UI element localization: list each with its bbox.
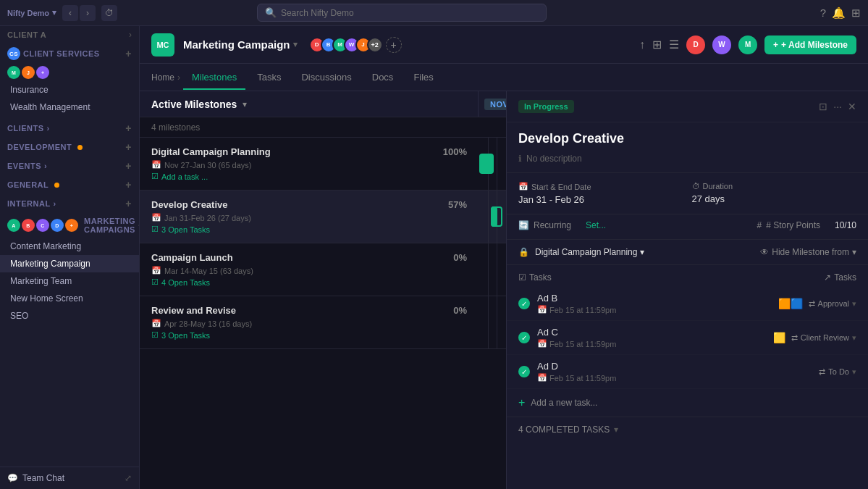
add-member-button[interactable]: + <box>386 37 402 53</box>
gantt-header-row: Active Milestones ▾ NOVEMBER DECEMBER JA… <box>140 91 506 117</box>
tasks-link[interactable]: ↗ Tasks <box>824 272 856 283</box>
team-chat-item[interactable]: 💬 Team Chat ⤢ <box>0 467 139 489</box>
completed-tasks-row[interactable]: 4 COMPLETED TASKS ▾ <box>507 417 868 442</box>
client-services-members: M J + <box>0 64 139 81</box>
description-text: No description <box>526 154 582 164</box>
panel-expand-button[interactable]: ⊡ <box>819 101 827 112</box>
add-task-row[interactable]: + Add a new task... <box>507 389 868 417</box>
tab-milestones[interactable]: Milestones <box>183 66 245 90</box>
clients-label: CLIENTS <box>7 124 44 133</box>
task-check-2[interactable]: ✓ <box>518 366 530 377</box>
task-status-1[interactable]: ⇄ Client Review ▾ <box>791 333 856 343</box>
marketing-avatar-5: + <box>65 219 78 232</box>
milestone-tasks-0[interactable]: ☑ Add a task ... <box>151 172 467 181</box>
task-status-2[interactable]: ⇄ To Do ▾ <box>819 367 856 377</box>
project-header: MC Marketing Campaign ▾ D B M W J +2 + ↑… <box>140 26 868 64</box>
forward-button[interactable]: › <box>80 5 96 21</box>
panel-more-button[interactable]: ··· <box>833 101 842 112</box>
project-members: D B M W J +2 + <box>309 37 402 53</box>
task-date-1: 📅 Feb 15 at 11:59pm <box>537 339 766 348</box>
milestone-tasks-2[interactable]: ☑ 4 Open Tasks <box>151 277 467 287</box>
general-add[interactable]: + <box>125 179 132 191</box>
milestones-title-arrow[interactable]: ▾ <box>243 99 247 109</box>
tab-discussions[interactable]: Discussions <box>292 66 360 90</box>
add-milestone-button[interactable]: + + Add Milestone <box>764 35 856 54</box>
tab-docs[interactable]: Docs <box>363 66 403 90</box>
internal-add[interactable]: + <box>125 198 132 209</box>
sidebar-section-marketing[interactable]: A B C D + MARKETING CAMPAIGNS + <box>0 213 139 238</box>
sidebar-item-wealth-management[interactable]: Wealth Management <box>0 99 139 116</box>
clients-add[interactable]: + <box>125 122 132 134</box>
back-button[interactable]: ‹ <box>62 5 78 21</box>
internal-label: INTERNAL <box>7 199 51 208</box>
search-bar[interactable]: 🔍 <box>257 4 547 22</box>
milestone-tasks-1[interactable]: ☑ 3 Open Tasks <box>151 225 467 234</box>
history-button[interactable]: ⏱ <box>101 5 117 21</box>
sidebar-section-events[interactable]: EVENTS › + <box>0 156 139 175</box>
search-input[interactable] <box>281 8 539 18</box>
parent-arrow: ▾ <box>640 247 644 257</box>
sidebar-item-new-home-screen[interactable]: New Home Screen <box>0 290 139 307</box>
task-emoji-0: 🟧🟦 <box>778 298 803 309</box>
panel-recurring: 🔄 Recurring Set... # # Story Points 10/1… <box>507 214 868 240</box>
sidebar-section-general[interactable]: GENERAL + <box>0 175 139 194</box>
wealth-management-label: Wealth Management <box>10 102 90 112</box>
sidebar-section-internal[interactable]: INTERNAL › + <box>0 194 139 213</box>
development-dot <box>77 145 83 150</box>
grid-view-button[interactable]: ⊞ <box>652 38 662 51</box>
marketing-avatar-3: C <box>36 219 49 232</box>
sidebar-section-client-services[interactable]: CS CLIENT SERVICES + <box>0 43 139 64</box>
start-end-label: 📅 Start & End Date <box>518 182 683 191</box>
task-cal-icon-2: 📅 <box>537 373 547 383</box>
notification-icon[interactable]: 🔔 <box>832 7 846 20</box>
task-check-0[interactable]: ✓ <box>518 298 530 309</box>
sidebar-section-development[interactable]: DEVELOPMENT + <box>0 138 139 156</box>
panel-close-button[interactable]: ✕ <box>848 101 856 112</box>
task-status-text-1: Client Review <box>801 333 849 342</box>
sidebar-item-seo[interactable]: SEO <box>0 307 139 325</box>
sidebar-item-content-marketing[interactable]: Content Marketing <box>0 238 139 255</box>
sidebar-section-clients[interactable]: CLIENTS › + <box>0 119 139 138</box>
parent-name[interactable]: Digital Campaign Planning ▾ <box>535 247 754 257</box>
status-badge[interactable]: In Progress <box>518 100 574 113</box>
calendar-icon-0: 📅 <box>151 160 161 170</box>
milestone-name-1: Develop Creative <box>151 199 228 210</box>
share-button[interactable]: ↑ <box>639 38 645 51</box>
tab-tasks[interactable]: Tasks <box>248 66 290 90</box>
project-title[interactable]: Marketing Campaign ▾ <box>183 38 298 51</box>
task-date-0: 📅 Feb 15 at 11:59pm <box>537 305 771 314</box>
user-btn-d[interactable]: D <box>686 35 705 54</box>
sidebar-item-insurance[interactable]: Insurance <box>0 81 139 99</box>
lock-icon: 🔒 <box>518 247 529 257</box>
app-logo[interactable]: Nifty Demo ▾ <box>7 8 56 17</box>
breadcrumb-home[interactable]: Home <box>151 72 174 83</box>
list-view-button[interactable]: ☰ <box>669 38 679 51</box>
task-check-1[interactable]: ✓ <box>518 332 530 343</box>
development-add[interactable]: + <box>125 141 132 153</box>
recurring-value-item[interactable]: Set... <box>586 220 606 230</box>
milestone-tasks-3[interactable]: ☑ 3 Open Tasks <box>151 330 467 340</box>
story-points-label: # Story Points <box>766 220 820 230</box>
sidebar-item-marketing-team[interactable]: Marketing Team <box>0 272 139 290</box>
user-btn-m[interactable]: M <box>738 35 757 54</box>
client-services-add[interactable]: + <box>125 48 132 59</box>
duration-label: ⏱ Duration <box>692 182 857 191</box>
sidebar-item-client-a[interactable]: CLIENT A › <box>0 26 139 43</box>
sidebar-item-marketing-campaign[interactable]: Marketing Campaign <box>0 255 139 272</box>
help-icon[interactable]: ? <box>820 7 826 19</box>
milestone-info-1: Develop Creative 57% 📅 Jan 31-Feb 26 (27… <box>140 191 479 243</box>
hide-arrow: ▾ <box>852 247 856 257</box>
add-milestone-icon: + <box>773 40 778 50</box>
tab-files[interactable]: Files <box>405 66 442 90</box>
events-add[interactable]: + <box>125 160 132 172</box>
task-right-0: 🟧🟦 ⇄ Approval ▾ <box>778 298 856 309</box>
hide-milestone[interactable]: 👁 Hide Milestone from ▾ <box>760 247 856 257</box>
tasks-icon: ☑ <box>518 272 526 283</box>
apps-icon[interactable]: ⊞ <box>851 7 861 20</box>
milestone-name-0: Digital Campaign Planning <box>151 146 271 157</box>
task-status-arrow-0: ▾ <box>852 299 856 309</box>
task-status-0[interactable]: ⇄ Approval ▾ <box>809 299 856 309</box>
task-status-arrow-1: ▾ <box>852 333 856 343</box>
user-btn-w[interactable]: W <box>712 35 731 54</box>
calendar-icon-3: 📅 <box>151 319 161 328</box>
